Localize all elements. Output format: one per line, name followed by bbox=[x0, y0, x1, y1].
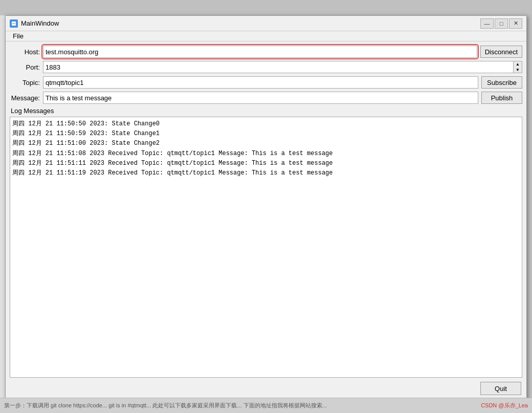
window-title: MainWindow bbox=[21, 19, 59, 27]
quit-button[interactable]: Quit bbox=[480, 382, 521, 395]
menu-file[interactable]: File bbox=[10, 31, 27, 41]
menu-bar: File bbox=[6, 31, 526, 41]
port-spinner: ▲ ▼ bbox=[513, 61, 522, 73]
csdn-badge: CSDN @乐亦_Lea bbox=[481, 402, 528, 409]
main-window: MainWindow — □ ✕ File Host: Disconnect P… bbox=[5, 15, 527, 404]
app-icon bbox=[10, 19, 18, 28]
minimize-button[interactable]: — bbox=[480, 18, 494, 29]
subscribe-button[interactable]: Subscribe bbox=[481, 76, 522, 89]
port-row: Port: ▲ ▼ bbox=[10, 61, 522, 73]
maximize-button[interactable]: □ bbox=[495, 18, 508, 29]
host-input[interactable] bbox=[43, 46, 477, 58]
log-line: 周四 12月 21 11:51:11 2023 Received Topic: … bbox=[12, 159, 520, 168]
log-label: Log Messages bbox=[10, 107, 522, 115]
left-sidebar bbox=[0, 15, 5, 404]
svg-rect-1 bbox=[12, 23, 15, 24]
title-bar-left: MainWindow bbox=[10, 19, 59, 28]
log-line: 周四 12月 21 11:50:59 2023: State Change1 bbox=[12, 129, 520, 139]
port-decrement[interactable]: ▼ bbox=[514, 67, 522, 73]
log-line: 周四 12月 21 11:51:08 2023 Received Topic: … bbox=[12, 149, 520, 159]
topic-label: Topic: bbox=[10, 79, 43, 86]
title-bar-controls: — □ ✕ bbox=[480, 18, 522, 29]
close-button[interactable]: ✕ bbox=[509, 18, 522, 29]
message-label: Message: bbox=[10, 94, 43, 102]
log-section: Log Messages 周四 12月 21 11:50:50 2023: St… bbox=[10, 107, 522, 378]
log-area[interactable]: 周四 12月 21 11:50:50 2023: State Change0周四… bbox=[10, 117, 522, 378]
content-area: Host: Disconnect Port: ▲ ▼ Topic: Subscr… bbox=[6, 41, 526, 399]
bottom-text: 第一步：下载调用 git clone https://code... git i… bbox=[4, 402, 327, 409]
host-label: Host: bbox=[10, 48, 43, 56]
port-increment[interactable]: ▲ bbox=[514, 61, 522, 67]
port-wrapper: ▲ ▼ bbox=[43, 61, 522, 73]
log-line: 周四 12月 21 11:50:50 2023: State Change0 bbox=[12, 119, 520, 129]
topic-input[interactable] bbox=[43, 76, 478, 89]
port-label: Port: bbox=[10, 63, 43, 71]
log-line: 周四 12月 21 11:51:00 2023: State Change2 bbox=[12, 139, 520, 148]
host-row: Host: Disconnect bbox=[10, 46, 522, 58]
topic-row: Topic: Subscribe bbox=[10, 76, 522, 89]
title-bar: MainWindow — □ ✕ bbox=[6, 16, 526, 31]
log-line: 周四 12月 21 11:51:19 2023 Received Topic: … bbox=[12, 168, 520, 178]
port-input[interactable] bbox=[43, 61, 513, 73]
quit-row: Quit bbox=[10, 382, 522, 395]
message-input[interactable] bbox=[43, 92, 478, 104]
publish-button[interactable]: Publish bbox=[481, 92, 522, 104]
message-row: Message: Publish bbox=[10, 92, 522, 104]
bottom-bar: 第一步：下载调用 git clone https://code... git i… bbox=[0, 398, 532, 413]
disconnect-button[interactable]: Disconnect bbox=[480, 46, 522, 58]
